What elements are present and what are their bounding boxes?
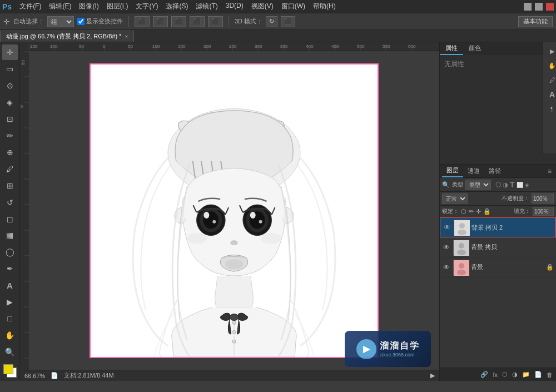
layer-item-0[interactable]: 👁 背景 拷贝 2 [440, 217, 556, 237]
quick-select-tool[interactable]: ◈ [2, 95, 18, 110]
svg-rect-33 [20, 51, 29, 370]
opacity-input[interactable] [532, 193, 554, 204]
layer-item-2[interactable]: 👁 背景 🔒 [440, 257, 556, 277]
heal-tool[interactable]: ⊕ [2, 145, 18, 160]
history-brush-tool[interactable]: ↺ [2, 195, 18, 210]
forward-btn[interactable]: ▶ [430, 372, 435, 379]
menu-file[interactable]: 文件(F) [16, 1, 44, 12]
auto-select-dropdown[interactable]: 组 图层 [47, 16, 74, 27]
panel-icon-1[interactable]: ▶ [544, 44, 556, 58]
tab-close[interactable]: × [125, 33, 128, 39]
svg-text:50: 50 [128, 44, 133, 49]
align-right-btn[interactable]: ⬛ [171, 16, 186, 27]
menu-layer[interactable]: 图层(L) [103, 1, 132, 12]
lock-position-btn[interactable]: ✛ [476, 208, 481, 215]
adjustment-filter-icon[interactable]: ◑ [503, 181, 508, 188]
menu-help[interactable]: 帮助(H) [310, 1, 339, 12]
align-top-btn[interactable]: ⬛ [190, 16, 205, 27]
svg-point-64 [225, 259, 243, 269]
panel-icon-2[interactable]: ✋ [544, 59, 556, 72]
menu-3d[interactable]: 3D(D) [222, 1, 247, 12]
text-tool[interactable]: A [2, 277, 18, 293]
eraser-tool[interactable]: ◻ [2, 211, 18, 227]
menu-edit[interactable]: 编辑(E) [46, 1, 75, 12]
fill-input[interactable] [533, 207, 554, 216]
smart-filter-icon[interactable]: ◈ [525, 182, 529, 188]
layer-new-btn[interactable]: 📄 [534, 371, 542, 378]
lock-all-btn[interactable]: 🔒 [483, 208, 491, 215]
panel-icon-5[interactable]: ¶ [544, 102, 556, 116]
pixel-filter-icon[interactable]: ⬡ [495, 181, 501, 188]
tab-properties[interactable]: 属性 [440, 42, 463, 55]
minimize-btn[interactable] [524, 3, 532, 11]
document-tab[interactable]: 动漫.jpg @ 66.7% (背景 拷贝 2, RGB/8#) * × [0, 31, 134, 42]
svg-text:100: 100 [50, 44, 58, 49]
zoom-tool[interactable]: 🔍 [2, 344, 18, 360]
align-middle-btn[interactable]: ⬛ [208, 16, 223, 27]
canvas-wrapper: 50 0 [20, 51, 439, 370]
layers-panel: 图层 通道 路径 ≡ 🔍 类型 类型 ⬡ ◑ T ⬜ ◈ [440, 165, 556, 381]
watermark-title: 溜溜自学 [380, 340, 420, 352]
maximize-btn[interactable] [535, 3, 543, 11]
menu-text[interactable]: 文字(Y) [132, 1, 161, 12]
dodge-tool[interactable]: ◯ [2, 244, 18, 260]
layer-fx-btn[interactable]: fx [493, 371, 498, 378]
brush-tool[interactable]: 🖊 [2, 161, 18, 177]
show-transform-checkbox[interactable]: 显示变换控件 [77, 17, 123, 26]
canvas-image [90, 63, 379, 358]
hand-tool[interactable]: ✋ [2, 328, 18, 343]
workspace-btn[interactable]: 基本功能 [518, 16, 553, 27]
3d-pan-btn[interactable]: ⬛ [281, 16, 295, 27]
menu-view[interactable]: 视图(V) [248, 1, 277, 12]
layer-thumb-2 [453, 260, 469, 275]
layer-eye-1[interactable]: 👁 [442, 243, 451, 252]
properties-content: 无属性 [440, 55, 556, 73]
layer-eye-0[interactable]: 👁 [443, 223, 451, 232]
svg-text:150: 150 [178, 44, 186, 49]
panel-icon-4[interactable]: A [544, 88, 556, 101]
shape-filter-icon[interactable]: ⬜ [517, 182, 523, 188]
crop-tool[interactable]: ⊡ [2, 111, 18, 127]
menu-filter[interactable]: 滤镜(T) [192, 1, 221, 12]
layer-mask-btn[interactable]: ⬡ [502, 371, 508, 378]
align-left-btn[interactable]: ⬛ [135, 16, 150, 27]
blend-mode-select[interactable]: 正常 [442, 193, 468, 204]
filter-type-select[interactable]: 类型 [465, 180, 491, 190]
artwork-svg [91, 64, 378, 357]
menu-select[interactable]: 选择(S) [162, 1, 191, 12]
selection-tool[interactable]: ▭ [2, 61, 18, 77]
menu-items: 文件(F) 编辑(E) 图像(I) 图层(L) 文字(Y) 选择(S) 滤镜(T… [16, 1, 339, 12]
layer-eye-2[interactable]: 👁 [442, 263, 451, 272]
tab-layers[interactable]: 图层 [442, 165, 463, 177]
layer-link-btn[interactable]: 🔗 [480, 371, 488, 378]
lasso-tool[interactable]: ⊙ [2, 78, 18, 93]
layers-menu-btn[interactable]: ≡ [545, 166, 554, 177]
tab-channels[interactable]: 通道 [463, 165, 484, 177]
menu-image[interactable]: 图像(I) [76, 1, 102, 12]
3d-rotate-btn[interactable]: ↻ [266, 16, 277, 27]
lock-image-btn[interactable]: ✏ [469, 208, 474, 215]
layer-delete-btn[interactable]: 🗑 [547, 371, 553, 378]
gradient-tool[interactable]: ▦ [2, 227, 18, 243]
panel-icon-3[interactable]: 🖊 [544, 73, 556, 87]
layer-item-1[interactable]: 👁 背景 拷贝 [440, 237, 556, 257]
move-tool[interactable]: ✛ [2, 44, 18, 60]
stamp-tool[interactable]: ⊞ [2, 178, 18, 193]
svg-point-80 [457, 270, 466, 275]
shape-tool[interactable]: □ [2, 311, 18, 326]
tools-panel: ✛ ▭ ⊙ ◈ ⊡ ✏ ⊕ 🖊 ⊞ ↺ ◻ ▦ ◯ ✒ A ▶ □ ✋ 🔍 [0, 42, 20, 381]
align-center-btn[interactable]: ⬛ [153, 16, 168, 27]
no-properties-text: 无属性 [444, 59, 552, 69]
layer-adjustment-btn[interactable]: ◑ [512, 371, 518, 378]
text-filter-icon[interactable]: T [510, 180, 515, 189]
pen-tool[interactable]: ✒ [2, 261, 18, 276]
tab-color[interactable]: 颜色 [463, 42, 487, 55]
close-btn[interactable] [546, 3, 554, 11]
lock-transparent-btn[interactable]: ⬡ [461, 208, 466, 215]
eyedropper-tool[interactable]: ✏ [2, 128, 18, 143]
path-tool[interactable]: ▶ [2, 294, 18, 310]
layer-group-btn[interactable]: 📁 [522, 371, 530, 378]
tab-paths[interactable]: 路径 [484, 165, 505, 177]
color-selector[interactable] [2, 363, 18, 379]
menu-window[interactable]: 窗口(W) [278, 1, 309, 12]
